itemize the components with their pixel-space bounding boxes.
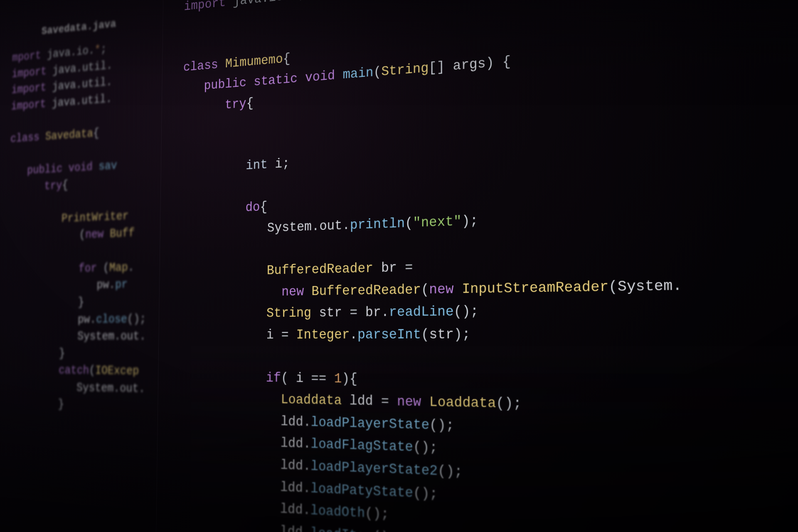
- tilted-screen: Savedata.java mport java.io.*; import ja…: [0, 0, 798, 532]
- right-code: import java.io.*; class Mimumemo{ public…: [178, 0, 798, 532]
- photo-of-code-editor: Savedata.java mport java.io.*; import ja…: [0, 0, 798, 532]
- left-code: mport java.io.*; import java.util. impor…: [5, 32, 170, 416]
- left-editor-pane: Savedata.java mport java.io.*; import ja…: [0, 0, 170, 532]
- right-editor-pane: import java.io.*; class Mimumemo{ public…: [163, 0, 798, 532]
